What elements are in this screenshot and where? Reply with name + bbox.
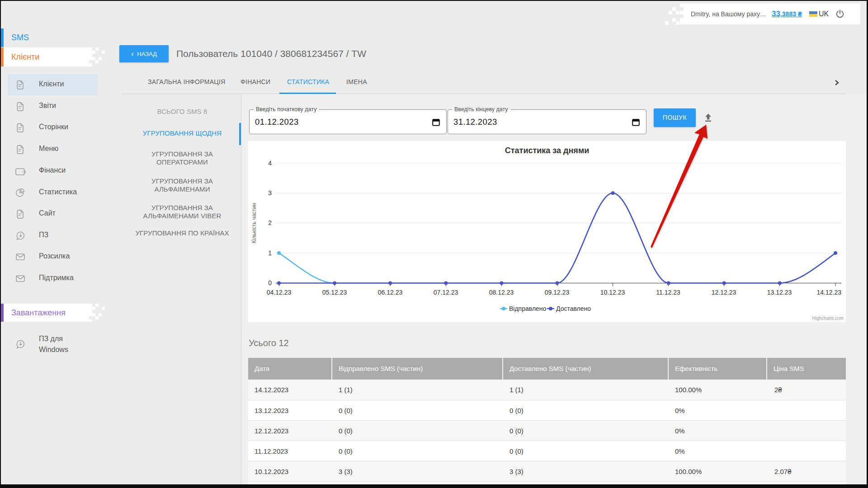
svg-text:Highcharts.com: Highcharts.com	[812, 316, 844, 321]
svg-text:Статистика за днями: Статистика за днями	[505, 146, 590, 155]
svg-text:09.12.23: 09.12.23	[545, 289, 570, 296]
svg-text:2: 2	[268, 219, 272, 226]
svg-text:11.12.23: 11.12.23	[656, 289, 680, 296]
svg-text:10.12.23: 10.12.23	[600, 289, 625, 296]
svg-text:07.12.23: 07.12.23	[434, 289, 458, 296]
svg-text:Кількість частин: Кількість частин	[251, 203, 257, 244]
svg-text:4: 4	[268, 160, 272, 167]
svg-text:06.12.23: 06.12.23	[378, 289, 403, 296]
svg-text:0: 0	[268, 279, 272, 286]
svg-text:08.12.23: 08.12.23	[489, 289, 514, 296]
svg-text:Доставлено: Доставлено	[556, 305, 591, 312]
svg-text:3: 3	[268, 189, 272, 197]
svg-text:14.12.23: 14.12.23	[817, 289, 842, 296]
svg-text:05.12.23: 05.12.23	[322, 289, 347, 296]
svg-text:Відправлено: Відправлено	[509, 305, 547, 312]
svg-text:1: 1	[268, 249, 272, 257]
svg-text:13.12.23: 13.12.23	[767, 289, 792, 296]
svg-text:12.12.23: 12.12.23	[712, 289, 736, 296]
svg-text:04.12.23: 04.12.23	[267, 289, 292, 296]
